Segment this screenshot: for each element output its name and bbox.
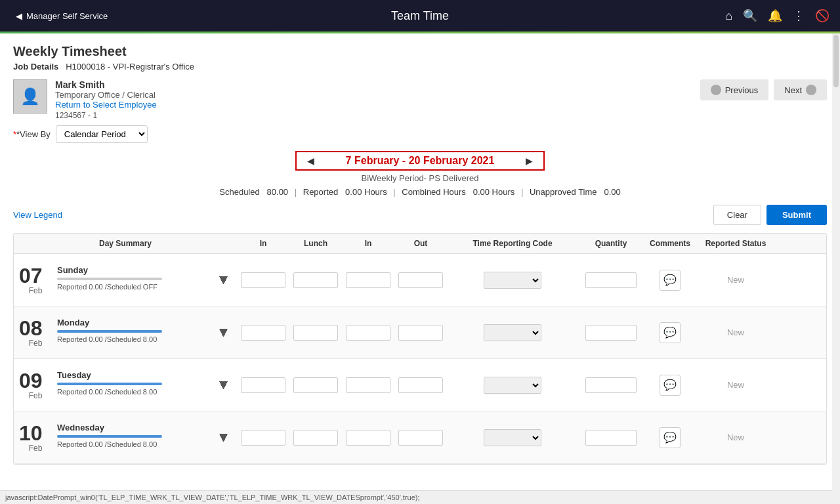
expand-row-button[interactable]: ⯆: [216, 379, 232, 391]
in-cell: [237, 325, 289, 341]
day-info: Wednesday Reported 0.00 /Scheduled 8.00: [57, 423, 211, 448]
col-comments: Comments: [644, 239, 696, 248]
in2-input[interactable]: [346, 377, 390, 393]
day-bar: [57, 435, 162, 438]
quantity-cell: [578, 377, 644, 393]
col-out: Out: [394, 239, 447, 248]
comment-button[interactable]: 💬: [660, 322, 681, 343]
date-next-arrow[interactable]: ▶: [526, 156, 533, 166]
col-in2: In: [342, 239, 394, 248]
submit-button[interactable]: Submit: [766, 205, 827, 225]
home-icon[interactable]: ⌂: [725, 9, 732, 23]
status-bar: javascript:DatePrompt_win0('TL_ELP_TIME_…: [0, 490, 840, 504]
previous-button[interactable]: Previous: [700, 79, 769, 100]
expand-row-button[interactable]: ⯆: [216, 274, 232, 286]
comments-cell: 💬: [644, 375, 696, 396]
next-button[interactable]: Next: [774, 79, 827, 100]
comment-icon: 💬: [663, 379, 677, 391]
trc-select[interactable]: [484, 429, 541, 446]
col-status: Reported Status: [696, 239, 775, 248]
expand-row-button[interactable]: ⯆: [216, 327, 232, 339]
comment-icon: 💬: [663, 431, 677, 444]
comment-button[interactable]: 💬: [660, 270, 681, 291]
lunch-input[interactable]: [293, 325, 338, 341]
day-number-block: 09 Feb: [19, 370, 52, 400]
col-in: In: [237, 239, 289, 248]
in2-cell: [342, 325, 394, 341]
in2-cell: [342, 377, 394, 393]
in-input[interactable]: [241, 377, 285, 393]
view-by-row: **View By Calendar Period Weekly BiWeekl…: [13, 125, 827, 143]
bell-icon[interactable]: 🔔: [768, 9, 782, 23]
employee-id: 1234567 - 1: [55, 111, 157, 120]
quantity-input[interactable]: [585, 377, 637, 393]
job-details-value: H1000018 - VPI-Registrar's Office: [66, 62, 194, 72]
search-icon[interactable]: 🔍: [743, 9, 757, 23]
trc-select[interactable]: [484, 324, 541, 341]
quantity-input[interactable]: [585, 325, 637, 341]
quantity-input[interactable]: [585, 272, 637, 288]
status-cell: New: [696, 380, 775, 390]
trc-cell: [447, 324, 578, 341]
in-input[interactable]: [241, 325, 285, 341]
table-row: 08 Feb Monday Reported 0.00 /Scheduled 8…: [14, 306, 826, 359]
day-month: Feb: [19, 444, 52, 453]
comment-button[interactable]: 💬: [660, 375, 681, 396]
in2-cell: [342, 430, 394, 446]
view-by-select[interactable]: Calendar Period Weekly BiWeekly: [56, 125, 148, 143]
out-input[interactable]: [398, 430, 443, 446]
in2-input[interactable]: [346, 430, 390, 446]
quantity-input[interactable]: [585, 430, 637, 446]
lunch-input[interactable]: [293, 377, 338, 393]
in-input[interactable]: [241, 430, 285, 446]
quantity-cell: [578, 430, 644, 446]
scrollbar-thumb[interactable]: [833, 35, 839, 87]
in2-input[interactable]: [346, 272, 390, 288]
return-to-select-link[interactable]: Return to Select Employee: [55, 100, 157, 110]
out-input[interactable]: [398, 377, 443, 393]
view-legend-link[interactable]: View Legend: [13, 210, 62, 220]
day-summary-cell: 10 Feb Wednesday Reported 0.00 /Schedule…: [14, 417, 237, 458]
day-reported: Reported 0.00 /Scheduled 8.00: [57, 440, 211, 448]
combined-label: Combined Hours: [402, 187, 466, 197]
table-row: 09 Feb Tuesday Reported 0.00 /Scheduled …: [14, 359, 826, 411]
lunch-input[interactable]: [293, 272, 338, 288]
date-range-box: ◀ 7 February - 20 February 2021 ▶: [295, 151, 545, 171]
comment-button[interactable]: 💬: [660, 427, 681, 448]
day-summary-cell: 09 Feb Tuesday Reported 0.00 /Scheduled …: [14, 365, 237, 406]
col-quantity: Quantity: [578, 239, 644, 248]
employee-name: Mark Smith: [55, 79, 157, 90]
trc-select[interactable]: [484, 377, 541, 394]
comment-icon: 💬: [663, 326, 677, 339]
day-number: 10: [19, 423, 52, 444]
in2-input[interactable]: [346, 325, 390, 341]
col-trc: Time Reporting Code: [447, 239, 578, 248]
expand-row-button[interactable]: ⯆: [216, 432, 232, 444]
circle-slash-icon[interactable]: 🚫: [815, 9, 830, 23]
app-title: Team Time: [391, 9, 449, 23]
status-cell: New: [696, 275, 775, 285]
hours-summary: Scheduled 80.00 | Reported 0.00 Hours | …: [13, 187, 827, 197]
date-prev-arrow[interactable]: ◀: [307, 156, 314, 166]
clear-button[interactable]: Clear: [713, 205, 761, 225]
out-input[interactable]: [398, 272, 443, 288]
day-number-block: 08 Feb: [19, 318, 52, 348]
status-cell: New: [696, 327, 775, 337]
day-month: Feb: [19, 286, 52, 295]
day-info: Sunday Reported 0.00 /Scheduled OFF: [57, 265, 211, 291]
lunch-input[interactable]: [293, 430, 338, 446]
trc-select[interactable]: [484, 272, 541, 289]
out-input[interactable]: [398, 325, 443, 341]
out-cell: [394, 325, 447, 341]
status-cell: New: [696, 432, 775, 442]
more-icon[interactable]: ⋮: [793, 9, 805, 23]
scrollbar[interactable]: [832, 33, 840, 504]
prev-next-buttons: Previous Next: [700, 79, 827, 100]
day-summary-cell: 08 Feb Monday Reported 0.00 /Scheduled 8…: [14, 312, 237, 353]
day-number-block: 07 Feb: [19, 265, 52, 295]
day-bar: [57, 278, 162, 280]
back-button[interactable]: ◀ Manager Self Service: [10, 9, 113, 24]
in-input[interactable]: [241, 272, 285, 288]
quantity-cell: [578, 325, 644, 341]
day-month: Feb: [19, 391, 52, 400]
